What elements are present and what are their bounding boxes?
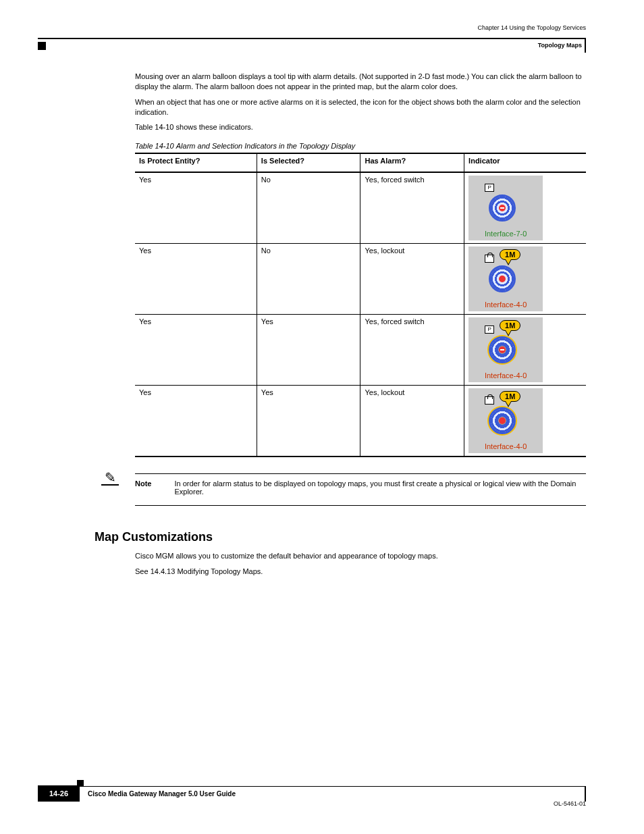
target-ring-icon [489,194,516,221]
content-column: Mousing over an alarm balloon displays a… [135,72,586,582]
section-para-2-link[interactable]: 14.4.13 Modifying Topology Maps [151,567,261,575]
table-row: YesNoYes, lockout1MInterface-4-0 [135,244,586,315]
footer-book-title: Cisco Media Gateway Manager 5.0 User Gui… [88,790,236,798]
section-para-2: See 14.4.13 Modifying Topology Maps. [135,567,586,577]
section-para-2-b: . [261,567,263,575]
table-cell: Yes [257,386,360,457]
interface-icon: 1MInterface-4-0 [468,388,543,453]
indicators-table: Is Protect Entity? Is Selected? Has Alar… [135,153,586,457]
note-label: Note [135,479,151,496]
ring-center [499,276,506,282]
intro-para-3-tail: shows these indicators. [174,123,253,131]
table-cell: Yes [257,315,360,386]
section-heading: Map Customizations [95,530,586,544]
table-cell: Yes [135,386,257,457]
th-protect: Is Protect Entity? [135,153,257,172]
section-para-2-a: See [135,567,151,575]
target-ring-icon [489,265,516,292]
alarm-bubble-icon: 1M [500,249,520,260]
table-cell: Yes, forced switch [360,315,464,386]
header-square [38,42,46,50]
table-cell: No [257,244,360,315]
target-ring-icon [489,407,516,434]
alarm-bubble-icon: 1M [500,391,520,402]
th-selected: Is Selected? [257,153,360,172]
page: Chapter 14 Using the Topology Services T… [0,0,644,834]
footer-rule [58,786,586,787]
note-text: In order for alarm status to be displaye… [174,479,586,496]
table-cell: No [257,172,360,244]
th-indicator: Indicator [464,153,586,172]
interface-icon: PInterface-7-0 [468,176,543,240]
interface-label: Interface-7-0 [468,230,543,238]
ring-center [499,417,506,424]
table-cell: Yes, forced switch [360,172,464,244]
indicator-cell: P1MInterface-4-0 [464,315,586,386]
table-caption: Table 14-10 Alarm and Selection Indicato… [135,142,586,150]
running-head-section: Topology Maps [538,42,582,49]
protect-badge-icon: P [485,184,494,192]
lock-icon [485,396,494,405]
intro-para-2: When an object that has one or more acti… [135,97,586,118]
table-cell: Yes [135,172,257,244]
table-ref-link[interactable]: Table 14-10 [135,123,174,131]
lock-icon [485,255,494,263]
intro-para-3: Table 14-10 shows these indicators. [135,122,586,132]
header-right-line [585,38,586,53]
interface-label: Interface-4-0 [468,301,543,309]
header-rule [38,38,586,39]
table-cell: Yes [135,315,257,386]
table-cell: Yes, lockout [360,386,464,457]
footer-right-line [585,787,586,802]
footer-page-number: 14-26 [38,785,80,802]
table-row: YesYesYes, lockout1MInterface-4-0 [135,386,586,457]
intro-para-1: Mousing over an alarm balloon displays a… [135,72,586,92]
th-alarm: Has Alarm? [360,153,464,172]
footer-ol-tag: OL-5461-01 [554,800,586,807]
alarm-bubble-icon: 1M [500,320,520,331]
note-icon-wrap: ✎ [101,469,119,486]
table-caption-title: Alarm and Selection Indicators in the To… [176,142,356,150]
ring-center [499,346,506,353]
indicator-cell: PInterface-7-0 [464,172,586,244]
indicator-cell: 1MInterface-4-0 [464,386,586,457]
table-cell: Yes [135,244,257,315]
section-para-1: Cisco MGM allows you to customize the de… [135,551,586,561]
table-header-row: Is Protect Entity? Is Selected? Has Alar… [135,153,586,172]
indicator-cell: 1MInterface-4-0 [464,244,586,315]
interface-icon: 1MInterface-4-0 [468,246,543,311]
protect-badge-icon: P [485,325,494,334]
interface-label: Interface-4-0 [468,371,543,380]
interface-label: Interface-4-0 [468,442,543,450]
pencil-icon: ✎ [101,469,119,486]
target-ring-icon [489,336,516,363]
note-row: Note In order for alarm status to be dis… [135,473,586,506]
table-caption-number: Table 14-10 [135,142,174,150]
table-row: YesYesYes, forced switchP1MInterface-4-0 [135,315,586,386]
interface-icon: P1MInterface-4-0 [468,317,543,382]
table-cell: Yes, lockout [360,244,464,315]
running-head-chapter: Chapter 14 Using the Topology Services [478,24,586,31]
note-block: ✎ Note In order for alarm status to be d… [135,473,586,506]
ring-center [499,205,506,211]
table-row: YesNoYes, forced switchPInterface-7-0 [135,172,586,244]
